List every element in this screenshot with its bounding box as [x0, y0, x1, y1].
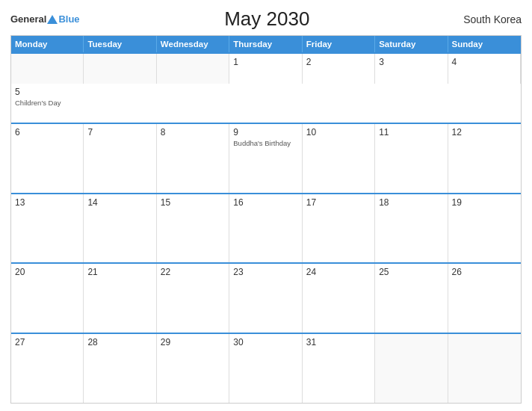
day-header-wednesday: Wednesday — [157, 36, 229, 52]
day-number: 24 — [306, 267, 371, 277]
day-number: 25 — [379, 267, 443, 277]
day-number: 10 — [306, 127, 371, 137]
day-number: 28 — [87, 337, 152, 347]
day-cell: 27 — [11, 334, 84, 403]
day-header-thursday: Thursday — [229, 36, 302, 52]
logo: General Blue — [10, 13, 80, 25]
day-cell — [448, 334, 521, 403]
logo-general-text: General — [10, 13, 46, 25]
day-cell: 5Children's Day — [11, 84, 84, 123]
day-number: 22 — [161, 267, 225, 277]
day-cell — [84, 54, 156, 84]
day-cell: 21 — [84, 264, 156, 333]
day-number: 2 — [306, 57, 371, 67]
day-cell: 19 — [448, 194, 521, 263]
day-number: 1 — [233, 57, 297, 67]
day-number: 31 — [306, 337, 371, 347]
day-number: 16 — [233, 197, 297, 208]
logo-blue-text: Blue — [58, 13, 79, 25]
calendar-grid: MondayTuesdayWednesdayThursdayFridaySatu… — [10, 35, 522, 404]
day-number: 19 — [452, 197, 517, 208]
day-number: 21 — [87, 267, 152, 277]
day-number: 29 — [161, 337, 225, 347]
day-cell: 23 — [229, 264, 302, 333]
week-row-4: 20212223242526 — [11, 262, 521, 333]
day-number: 12 — [452, 127, 517, 137]
logo-triangle-icon — [47, 15, 58, 24]
day-number: 7 — [87, 127, 152, 137]
day-number: 11 — [379, 127, 443, 137]
day-header-monday: Monday — [11, 36, 84, 52]
day-cell: 31 — [303, 334, 375, 403]
day-cell: 16 — [229, 194, 302, 263]
day-cell: 24 — [303, 264, 375, 333]
day-cell: 11 — [375, 124, 448, 193]
day-number: 3 — [379, 57, 443, 67]
day-number: 30 — [233, 337, 297, 347]
day-cell: 17 — [303, 194, 375, 263]
day-cell: 20 — [11, 264, 84, 333]
day-number: 13 — [15, 197, 79, 208]
calendar-header: General Blue May 2030 South Korea — [10, 7, 522, 31]
day-cell: 3 — [375, 54, 448, 84]
day-cell: 4 — [448, 54, 521, 84]
day-number: 6 — [15, 127, 79, 137]
day-cell: 28 — [84, 334, 156, 403]
day-number: 5 — [15, 87, 80, 97]
day-cell: 14 — [84, 194, 156, 263]
holiday-label: Children's Day — [15, 99, 80, 107]
day-cell: 22 — [157, 264, 229, 333]
day-header-friday: Friday — [303, 36, 375, 52]
day-cell: 18 — [375, 194, 448, 263]
day-number: 14 — [87, 197, 152, 208]
day-cell — [157, 54, 229, 84]
day-number: 8 — [161, 127, 225, 137]
day-header-tuesday: Tuesday — [84, 36, 156, 52]
day-cell: 2 — [303, 54, 375, 84]
day-cell: 25 — [375, 264, 448, 333]
day-headers-row: MondayTuesdayWednesdayThursdayFridaySatu… — [11, 36, 521, 52]
day-cell — [375, 334, 448, 403]
day-cell: 26 — [448, 264, 521, 333]
calendar-page: General Blue May 2030 South Korea Monday… — [0, 0, 532, 411]
calendar-title: May 2030 — [80, 7, 454, 31]
day-header-saturday: Saturday — [375, 36, 448, 52]
week-row-2: 6789Buddha's Birthday101112 — [11, 123, 521, 193]
day-number: 4 — [452, 57, 516, 67]
day-cell: 7 — [84, 124, 156, 193]
day-cell — [11, 54, 84, 84]
week-row-1: 12345Children's Day — [11, 52, 521, 123]
day-number: 17 — [306, 197, 371, 208]
week-row-5: 2728293031 — [11, 333, 521, 403]
day-header-sunday: Sunday — [448, 36, 521, 52]
weeks-container: 12345Children's Day6789Buddha's Birthday… — [11, 52, 521, 403]
day-cell: 13 — [11, 194, 84, 263]
holiday-label: Buddha's Birthday — [233, 139, 297, 147]
day-cell: 29 — [157, 334, 229, 403]
day-number: 26 — [452, 267, 517, 277]
day-number: 23 — [233, 267, 297, 277]
region-label: South Korea — [454, 13, 522, 25]
day-cell: 12 — [448, 124, 521, 193]
day-cell: 9Buddha's Birthday — [229, 124, 302, 193]
day-number: 9 — [233, 127, 297, 137]
day-cell: 8 — [157, 124, 229, 193]
day-number: 18 — [379, 197, 443, 208]
day-cell: 15 — [157, 194, 229, 263]
day-number: 27 — [15, 337, 79, 347]
day-cell: 10 — [303, 124, 375, 193]
day-number: 20 — [15, 267, 79, 277]
day-cell: 1 — [229, 54, 302, 84]
day-number: 15 — [161, 197, 225, 208]
day-cell: 30 — [229, 334, 302, 403]
day-cell: 6 — [11, 124, 84, 193]
week-row-3: 13141516171819 — [11, 193, 521, 263]
